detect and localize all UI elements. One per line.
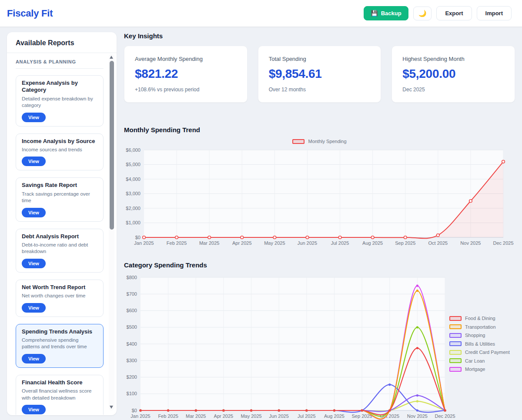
key-insights-heading: Key Insights: [124, 32, 515, 40]
report-description: Debt-to-income ratio and debt breakdown: [22, 242, 97, 255]
export-button[interactable]: Export: [436, 6, 472, 20]
svg-text:May 2025: May 2025: [241, 413, 261, 419]
svg-text:Feb 2025: Feb 2025: [158, 413, 178, 419]
report-title: Income Analysis by Source: [22, 138, 97, 145]
monthly-trend-legend: Monthly Spending: [124, 138, 515, 145]
legend-item-label: Credit Card Payment: [465, 350, 510, 355]
legend-swatch-icon: [449, 367, 462, 372]
monthly-trend-heading: Monthly Spending Trend: [124, 126, 515, 133]
floppy-disk-icon: 💾: [371, 10, 378, 17]
legend-swatch-icon: [449, 316, 462, 321]
svg-text:Jun 2025: Jun 2025: [269, 413, 289, 419]
svg-text:Apr 2025: Apr 2025: [214, 413, 234, 419]
svg-text:$0: $0: [132, 408, 137, 413]
insight-subtext: +108.6% vs previous period: [135, 87, 237, 93]
report-card[interactable]: Income Analysis by Source Income sources…: [16, 133, 104, 171]
insight-subtext: Over 12 months: [269, 87, 371, 93]
scrollbar-thumb[interactable]: [110, 61, 114, 230]
svg-text:$700: $700: [127, 291, 137, 297]
report-description: Detailed expense breakdown by category: [22, 96, 97, 109]
svg-text:$500: $500: [127, 324, 137, 330]
moon-icon: 🌙: [418, 10, 427, 17]
view-button[interactable]: View: [22, 157, 46, 166]
insight-value: $9,854.61: [269, 67, 371, 81]
report-card[interactable]: Debt Analysis Report Debt-to-income rati…: [16, 229, 104, 273]
legend-item-label: Car Loan: [465, 358, 485, 363]
insight-card: Total Spending $9,854.61 Over 12 months: [258, 46, 381, 103]
svg-text:Aug 2025: Aug 2025: [324, 413, 345, 419]
report-card[interactable]: Net Worth Trend Report Net worth changes…: [16, 280, 104, 317]
legend-item[interactable]: Car Loan: [449, 358, 510, 363]
insight-value: $5,200.00: [402, 67, 504, 81]
svg-text:$800: $800: [127, 275, 137, 280]
import-button[interactable]: Import: [477, 6, 512, 20]
monthly-spending-chart: $0$1,000$2,000$3,000$4,000$5,000$6,000Ja…: [124, 147, 515, 251]
report-description: Track savings percentage over time: [22, 191, 97, 204]
legend-item-label: Mortgage: [465, 367, 485, 372]
legend-item[interactable]: Bills & Utilities: [449, 341, 510, 347]
reports-sidebar: Available Reports ANALYSIS & PLANNING Ex…: [7, 32, 117, 415]
sidebar-scrollbar[interactable]: [109, 54, 114, 410]
legend-item[interactable]: Shopping: [449, 333, 510, 338]
legend-item[interactable]: Transportation: [449, 324, 510, 330]
category-trends-legend: Food & DiningTransportationShoppingBills…: [449, 316, 510, 372]
insight-cards: Average Monthly Spending $821.22 +108.6%…: [124, 46, 515, 103]
legend-item-label: Shopping: [465, 333, 485, 338]
report-card[interactable]: Savings Rate Report Track savings percen…: [16, 177, 104, 221]
view-button[interactable]: View: [22, 208, 46, 217]
svg-text:$300: $300: [127, 358, 137, 363]
svg-text:$4,000: $4,000: [126, 177, 141, 182]
section-label-analysis-planning: ANALYSIS & PLANNING: [16, 59, 104, 69]
svg-text:$1,000: $1,000: [126, 220, 141, 225]
view-button[interactable]: View: [22, 113, 46, 122]
report-title: Financial Health Score: [22, 379, 97, 386]
insight-label: Highest Spending Month: [402, 56, 504, 62]
theme-toggle-button[interactable]: 🌙: [413, 7, 432, 20]
svg-text:$5,000: $5,000: [126, 162, 141, 167]
svg-text:$3,000: $3,000: [126, 191, 141, 196]
svg-text:Nov 2025: Nov 2025: [407, 413, 428, 419]
svg-text:$2,000: $2,000: [126, 206, 141, 211]
category-trends-chart-wrap: $0$100$200$300$400$500$600$700$800Jan 20…: [124, 272, 515, 420]
legend-item[interactable]: Credit Card Payment: [449, 350, 510, 355]
legend-item[interactable]: Monthly Spending: [292, 139, 346, 144]
main-content: Key Insights Average Monthly Spending $8…: [124, 27, 515, 420]
report-card[interactable]: Financial Health Score Overall financial…: [16, 375, 104, 415]
svg-text:Jun 2025: Jun 2025: [298, 240, 317, 246]
view-button[interactable]: View: [22, 405, 46, 414]
svg-text:$600: $600: [127, 308, 137, 313]
report-card[interactable]: Spending Trends Analysis Comprehensive s…: [16, 324, 104, 368]
report-card[interactable]: Expense Analysis by Category Detailed ex…: [16, 75, 104, 127]
svg-text:Feb 2025: Feb 2025: [167, 240, 187, 246]
svg-text:May 2025: May 2025: [264, 240, 285, 246]
insight-card: Average Monthly Spending $821.22 +108.6%…: [124, 46, 248, 103]
app-header: Fiscaly Fit 💾 Backup 🌙 Export Import: [0, 0, 522, 27]
insight-value: $821.22: [135, 67, 237, 81]
sidebar-title: Available Reports: [16, 39, 108, 47]
svg-text:Jan 2025: Jan 2025: [134, 240, 154, 246]
legend-swatch-icon: [449, 324, 462, 329]
backup-button[interactable]: 💾 Backup: [364, 6, 408, 20]
view-button[interactable]: View: [22, 303, 46, 313]
svg-text:Jul 2025: Jul 2025: [331, 240, 349, 246]
app-logo: Fiscaly Fit: [7, 8, 53, 19]
svg-text:$400: $400: [127, 341, 137, 347]
report-description: Comprehensive spending patterns and tren…: [22, 337, 97, 350]
view-button[interactable]: View: [22, 354, 46, 363]
legend-item[interactable]: Food & Dining: [449, 316, 510, 321]
svg-text:$200: $200: [127, 374, 137, 380]
svg-text:Apr 2025: Apr 2025: [232, 240, 252, 246]
scrollbar-down-arrow-icon[interactable]: [110, 406, 113, 409]
svg-text:Sep 2025: Sep 2025: [352, 413, 372, 419]
scrollbar-up-arrow-icon[interactable]: [110, 56, 113, 59]
report-title: Savings Rate Report: [22, 182, 97, 189]
view-button[interactable]: View: [22, 259, 46, 268]
legend-swatch-icon: [449, 341, 462, 346]
svg-text:Dec 2025: Dec 2025: [493, 240, 513, 246]
svg-text:Dec 2025: Dec 2025: [435, 413, 455, 419]
legend-swatch-icon: [449, 350, 462, 355]
legend-item[interactable]: Mortgage: [449, 367, 510, 372]
report-description: Income sources and trends: [22, 147, 97, 153]
svg-text:Nov 2025: Nov 2025: [460, 240, 481, 246]
sidebar-report-list: ANALYSIS & PLANNING Expense Analysis by …: [7, 53, 117, 415]
